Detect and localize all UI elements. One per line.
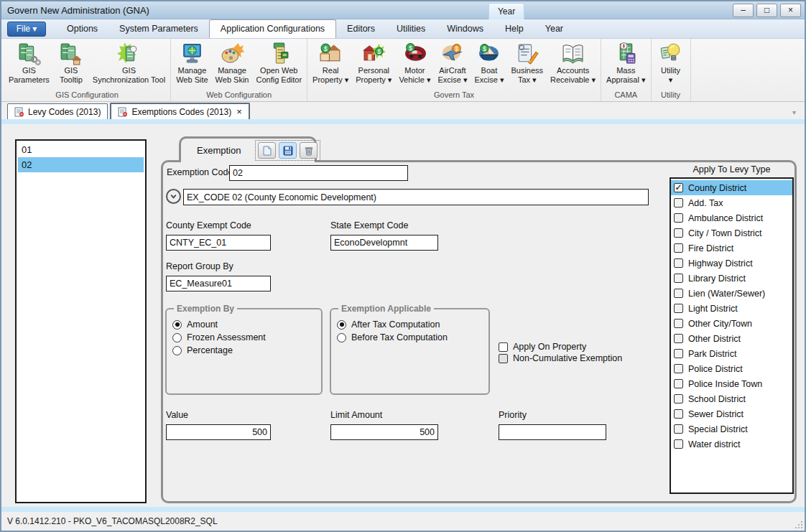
levy-type-item[interactable]: School District <box>671 391 792 406</box>
window-controls: – □ × <box>733 4 801 17</box>
motor-vehicle-button[interactable]: $ Motor Vehicle ▾ <box>395 39 434 85</box>
svg-text:$: $ <box>377 48 381 55</box>
levy-type-label: Library District <box>688 274 746 284</box>
levy-type-item[interactable]: Fire District <box>671 241 792 256</box>
limit-amount-input[interactable] <box>330 424 438 440</box>
personal-property-button[interactable]: $ Personal Property ▾ <box>352 39 395 85</box>
gis-parameters-button[interactable]: GIS Parameters <box>5 39 53 85</box>
report-group-by-input[interactable] <box>166 276 271 291</box>
levy-type-item[interactable]: Special District <box>671 421 792 437</box>
tab-overflow-chevron-icon[interactable]: ▾ <box>792 108 796 116</box>
checkbox-icon <box>674 258 683 268</box>
levy-type-item[interactable]: Police Inside Town <box>671 376 792 391</box>
exemption-by-options: Amount Frozen Assessment Percentage <box>172 318 315 357</box>
exemption-code-input[interactable] <box>229 165 408 181</box>
levy-type-item[interactable]: Other City/Town <box>671 316 792 331</box>
menu-item-application-configurations[interactable]: Application Configurations <box>209 19 336 38</box>
menu-item-year[interactable]: Year <box>534 19 574 38</box>
status-top-strip <box>1 507 805 512</box>
checkbox-icon <box>674 319 683 328</box>
new-record-button[interactable] <box>258 142 276 159</box>
menu-item-system-parameters[interactable]: System Parameters <box>108 19 209 38</box>
radio-option[interactable]: Frozen Assessment <box>172 331 315 344</box>
ribbon-button-label: Mass Appraisal ▾ <box>606 66 645 85</box>
levy-type-item[interactable]: Park District <box>671 346 792 361</box>
levy-type-item[interactable]: Lien (Water/Sewer) <box>671 286 792 301</box>
levy-type-label: Police Inside Town <box>688 379 762 389</box>
levy-type-label: Fire District <box>688 243 733 253</box>
minimize-button[interactable]: – <box>733 4 754 17</box>
apply-on-property-checkbox[interactable]: Apply On Property <box>499 342 586 352</box>
menu-item-utilities[interactable]: Utilities <box>386 19 436 38</box>
ribbon-group-utility: Utility ▾ Utility <box>652 39 691 101</box>
levy-type-item[interactable]: Library District <box>671 271 792 286</box>
manage-web-site-button[interactable]: Manage Web Site <box>172 39 211 85</box>
levy-type-label: Ambulance District <box>688 213 763 223</box>
business-tax-button[interactable]: Business Tax ▾ <box>507 39 547 85</box>
real-property-button[interactable]: $ Real Property ▾ <box>309 39 352 85</box>
levy-type-item[interactable]: Ambulance District <box>671 210 792 225</box>
exemption-record-list[interactable]: 01 02 <box>15 139 147 503</box>
value-input[interactable] <box>166 424 271 440</box>
exemption-applicable-options: After Tax Computation Before Tax Computa… <box>337 318 483 344</box>
levy-type-item[interactable]: City / Town District <box>671 225 792 241</box>
utility-button[interactable]: Utility ▾ <box>653 39 689 85</box>
manage-web-skin-button[interactable]: Manage Web Skin <box>212 39 253 85</box>
aircraft-excise-button[interactable]: $ AirCraft Excise ▾ <box>434 39 471 85</box>
file-menu-button[interactable]: File ▾ <box>7 22 46 37</box>
levy-type-label: School District <box>688 394 746 404</box>
tab-exemptions-codes[interactable]: Exemptions Codes (2013) × <box>110 103 249 119</box>
delete-record-button[interactable] <box>300 142 318 159</box>
resize-grip-icon[interactable] <box>795 521 803 529</box>
radio-option[interactable]: Before Tax Computation <box>337 331 483 344</box>
menu-item-windows[interactable]: Windows <box>436 19 494 38</box>
tab-close-icon[interactable]: × <box>236 106 242 117</box>
levy-type-list[interactable]: County District Add. Tax Ambulance Distr… <box>670 177 794 494</box>
window-title: Govern New Administration (GNA) <box>7 5 149 16</box>
levy-type-item[interactable]: Sewer District <box>671 406 792 421</box>
ribbon-group-govern-tax: $ Real Property ▾ $ Personal Property ▾ … <box>307 39 601 101</box>
radio-label: Amount <box>187 319 218 330</box>
version-and-database-text: V 6.0.1412.210 - PKO_V6_TACOMASQL2008R2_… <box>7 516 218 526</box>
radio-label: Frozen Assessment <box>187 332 266 342</box>
levy-type-item[interactable]: Police District <box>671 361 792 376</box>
boat-excise-button[interactable]: $ Boat Excise ▾ <box>471 39 507 85</box>
open-web-config-editor-button[interactable]: Open Web Config Editor <box>252 39 305 85</box>
radio-label: After Tax Computation <box>351 319 440 330</box>
accounts-receivable-button[interactable]: Accounts Receivable ▾ <box>547 39 599 85</box>
levy-type-item[interactable]: Other District <box>671 331 792 346</box>
menu-item-editors[interactable]: Editors <box>336 19 386 38</box>
menu-item-help[interactable]: Help <box>494 19 534 38</box>
mass-appraisal-button[interactable]: Mass Appraisal ▾ <box>603 39 649 85</box>
gis-synchronization-icon <box>117 42 141 65</box>
titlebar-year-tab[interactable]: Year <box>488 3 524 19</box>
menu-item-options[interactable]: Options <box>56 19 108 38</box>
levy-type-item[interactable]: Add. Tax <box>671 195 792 210</box>
record-list-item[interactable]: 02 <box>18 157 144 172</box>
gis-tooltip-button[interactable]: GIS Tooltip <box>53 39 89 85</box>
levy-type-item[interactable]: County District <box>671 180 792 195</box>
close-button[interactable]: × <box>780 4 801 17</box>
radio-option[interactable]: After Tax Computation <box>337 318 483 331</box>
checkbox-icon <box>674 334 683 343</box>
radio-option[interactable]: Percentage <box>172 344 315 357</box>
maximize-button[interactable]: □ <box>756 4 777 17</box>
levy-type-item[interactable]: Light District <box>671 301 792 316</box>
radio-option[interactable]: Amount <box>172 318 315 331</box>
code-description-input[interactable] <box>183 189 649 205</box>
code-description-expander[interactable] <box>166 189 181 204</box>
non-cumulative-exemption-checkbox[interactable]: Non-Cumulative Exemption <box>499 353 622 363</box>
levy-type-item[interactable]: Highway District <box>671 256 792 271</box>
checkbox-icon <box>674 379 683 388</box>
priority-input[interactable] <box>499 424 606 440</box>
record-list-item[interactable]: 01 <box>18 142 144 157</box>
svg-text:$: $ <box>455 45 459 52</box>
exemption-form-tab[interactable]: Exemption <box>179 136 317 162</box>
state-exempt-code-input[interactable] <box>330 235 438 251</box>
save-button[interactable] <box>279 142 297 159</box>
county-exempt-code-input[interactable] <box>166 235 271 251</box>
tab-levy-codes[interactable]: Levy Codes (2013) <box>7 103 108 119</box>
gis-synchronization-tool-button[interactable]: GIS Synchronization Tool <box>89 39 169 85</box>
levy-type-item[interactable]: Water district <box>671 437 792 452</box>
checkbox-icon <box>674 243 683 253</box>
